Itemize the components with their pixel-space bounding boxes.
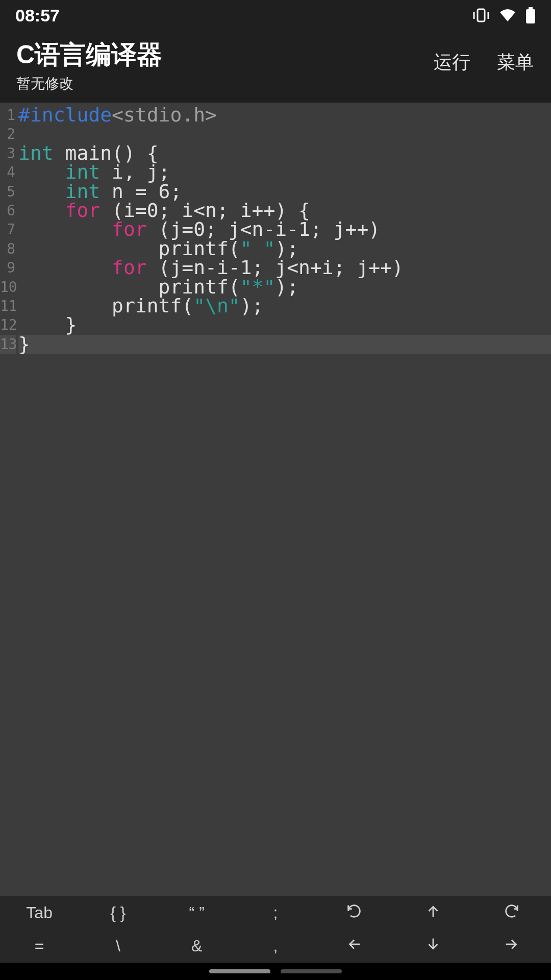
arrow-down-icon [424,936,442,957]
token-string: "\n" [193,295,240,317]
android-nav-bar [0,963,551,980]
code-editor[interactable]: 1 2 3 4 5 6 7 8 9 10 11 12 13 #include<s… [0,103,551,896]
key-quotes[interactable]: “ ” [158,896,236,929]
key-backslash[interactable]: \ [79,929,157,963]
line-number: 4 [0,163,16,182]
redo-button[interactable] [472,896,551,929]
key-braces[interactable]: { } [79,896,157,929]
token-include-path: <stdio.h> [112,104,217,126]
run-button[interactable]: 运行 [434,50,470,75]
battery-icon [525,7,536,23]
line-number: 6 [0,201,16,220]
line-number: 11 [0,297,16,315]
token-code: ); [275,276,298,298]
wifi-icon [499,8,516,22]
line-number: 2 [0,125,16,143]
line-gutter: 1 2 3 4 5 6 7 8 9 10 11 12 13 [0,103,16,896]
line-number: 3 [0,144,16,163]
vibrate-icon [472,8,490,22]
line-number: 5 [0,182,16,201]
arrow-right-button[interactable] [472,929,551,963]
svg-rect-3 [529,7,533,9]
svg-rect-0 [478,9,485,21]
svg-rect-4 [526,9,535,23]
arrow-left-button[interactable] [315,929,393,963]
arrow-up-button[interactable] [393,896,472,929]
app-title: C语言编译器 [16,38,162,72]
key-comma[interactable]: , [236,929,315,963]
key-ampersand[interactable]: & [158,929,236,963]
line-number: 13 [0,335,16,354]
arrow-down-button[interactable] [393,929,472,963]
app-header: C语言编译器 暂无修改 运行 菜单 [0,31,551,103]
arrow-right-icon [503,936,520,957]
key-semicolon[interactable]: ; [236,896,315,929]
line-number: 1 [0,106,16,125]
menu-button[interactable]: 菜单 [497,50,534,75]
line-number: 8 [0,239,16,258]
key-equals[interactable]: = [0,929,79,963]
status-icons [472,7,536,23]
code-area[interactable]: #include<stdio.h>int main() { int i, j; … [16,103,551,896]
token-code: } [18,333,30,355]
status-bar: 08:57 [0,0,551,31]
key-tab[interactable]: Tab [0,896,79,929]
redo-icon [503,902,520,924]
line-number: 12 [0,315,16,334]
line-number: 10 [0,278,16,297]
arrow-up-icon [424,902,442,924]
nav-pill[interactable] [209,969,270,973]
undo-icon [345,902,363,924]
clock: 08:57 [15,6,60,26]
line-number: 7 [0,220,16,239]
nav-pill[interactable] [281,969,342,973]
app-subtitle: 暂无修改 [16,74,162,93]
token-preprocessor: #include [18,104,112,126]
arrow-left-icon [345,936,363,957]
undo-button[interactable] [315,896,393,929]
line-number: 9 [0,258,16,277]
shortcut-toolbar: Tab { } “ ” ; = [0,896,551,963]
token-code: ); [240,295,264,317]
